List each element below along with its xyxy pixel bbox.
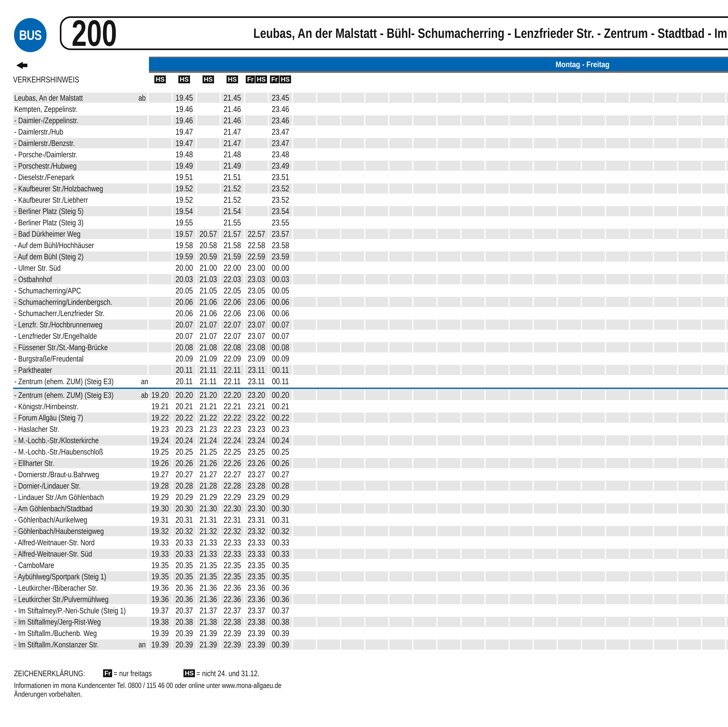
time-cell bbox=[606, 424, 629, 434]
time-cell bbox=[293, 285, 316, 295]
time-cell: 19.24 bbox=[149, 435, 172, 445]
time-cell bbox=[702, 435, 725, 445]
table-row: - Göhlenbach/Aurikelweg19.3120.3121.3122… bbox=[13, 515, 728, 525]
table-row: - Forum Allgäu (Steig 7)19.2220.2221.222… bbox=[13, 413, 728, 423]
time-cell bbox=[702, 458, 725, 468]
time-cell: 00.25 bbox=[269, 447, 292, 457]
time-cell bbox=[534, 297, 557, 307]
departure-time: 21.07 bbox=[199, 331, 217, 341]
time-cell bbox=[702, 263, 725, 273]
time-cell bbox=[534, 571, 557, 582]
time-cell bbox=[389, 571, 412, 582]
time-cell bbox=[317, 229, 340, 239]
time-cell bbox=[558, 481, 581, 491]
station-name: - Im Stiftallm./Buchenb. Weg bbox=[13, 628, 97, 638]
time-cell bbox=[606, 149, 629, 159]
time-cell bbox=[702, 537, 725, 548]
time-cell bbox=[437, 492, 460, 502]
departure-time: 22.58 bbox=[248, 240, 265, 250]
departure-time: 20.20 bbox=[176, 390, 193, 400]
station-name: - Lenzfrieder Str./Engelhalde bbox=[13, 331, 97, 341]
time-cell: 21.23 bbox=[197, 424, 220, 434]
departure-time: 22.36 bbox=[224, 583, 241, 593]
time-cell bbox=[413, 413, 436, 423]
time-cell bbox=[486, 526, 509, 536]
time-cell bbox=[534, 161, 557, 171]
time-cell bbox=[462, 342, 485, 352]
time-cell bbox=[389, 640, 412, 650]
time-cell bbox=[509, 229, 532, 239]
time-cell bbox=[678, 274, 701, 284]
time-cell bbox=[462, 617, 485, 627]
time-cell: 22.23 bbox=[221, 424, 244, 434]
time-cell bbox=[702, 138, 725, 148]
time-cell bbox=[486, 515, 509, 525]
time-cell: 19.37 bbox=[149, 605, 172, 615]
departure-time: 22.35 bbox=[224, 571, 241, 582]
time-cell bbox=[437, 342, 460, 352]
time-cell bbox=[509, 628, 532, 638]
time-cell bbox=[437, 206, 460, 216]
time-cell bbox=[389, 458, 412, 468]
station-cell: - Ulmer Str. Süd bbox=[13, 263, 147, 273]
time-cell bbox=[509, 571, 532, 582]
departure-time: 21.25 bbox=[199, 447, 217, 457]
time-cell bbox=[606, 458, 629, 468]
time-cell bbox=[509, 401, 532, 412]
departure-time: 00.38 bbox=[272, 617, 289, 627]
departure-time: 21.30 bbox=[199, 503, 217, 514]
time-cell bbox=[197, 149, 220, 159]
time-cell bbox=[389, 413, 412, 423]
column-header-cell bbox=[726, 75, 728, 84]
time-cell: 21.31 bbox=[197, 515, 220, 525]
departure-time: 21.33 bbox=[199, 537, 217, 548]
time-cell bbox=[558, 401, 581, 412]
time-cell bbox=[413, 424, 436, 434]
table-row: - Füssener Str./St.-Mang-Brücke20.0821.0… bbox=[13, 342, 728, 352]
departure-time: 00.32 bbox=[272, 526, 289, 536]
time-cell bbox=[486, 195, 509, 205]
time-cell bbox=[197, 217, 220, 228]
time-cell bbox=[509, 469, 532, 479]
time-cell: 00.22 bbox=[269, 413, 292, 423]
time-cell bbox=[702, 206, 725, 216]
time-cell bbox=[582, 127, 605, 137]
time-cell bbox=[437, 526, 460, 536]
departure-time: 22.31 bbox=[224, 515, 241, 525]
time-cell bbox=[726, 390, 728, 400]
time-cell bbox=[389, 285, 412, 295]
departure-time: 22.06 bbox=[224, 308, 241, 318]
time-cell: 23.35 bbox=[245, 560, 268, 570]
column-header-cell bbox=[534, 75, 557, 84]
departure-time: 19.36 bbox=[151, 594, 169, 604]
time-cell: 00.39 bbox=[269, 640, 292, 650]
time-cell bbox=[654, 560, 677, 570]
time-cell bbox=[317, 195, 340, 205]
table-row: - Kaufbeurer Str./Liebherr19.5221.5223.5… bbox=[13, 195, 728, 205]
time-cell bbox=[317, 138, 340, 148]
time-cell bbox=[365, 115, 388, 126]
time-cell bbox=[558, 435, 581, 445]
time-cell bbox=[558, 161, 581, 171]
time-cell bbox=[509, 161, 532, 171]
time-cell: 19.23 bbox=[149, 424, 172, 434]
departure-time: 22.33 bbox=[224, 549, 241, 559]
time-cell bbox=[558, 308, 581, 318]
time-cell bbox=[486, 605, 509, 615]
time-cell bbox=[197, 206, 220, 216]
station-name: - Zentrum (ehem. ZUM) (Steig E3) bbox=[13, 377, 113, 386]
time-cell: 23.58 bbox=[269, 240, 292, 250]
time-cell bbox=[437, 549, 460, 559]
time-cell bbox=[606, 469, 629, 479]
time-cell bbox=[293, 263, 316, 273]
table-row: - Daimler-/Zeppelinstr.19.4621.4623.46 bbox=[13, 115, 728, 126]
time-cell: 19.46 bbox=[173, 104, 196, 114]
time-cell bbox=[534, 424, 557, 434]
time-cell bbox=[678, 515, 701, 525]
time-cell bbox=[726, 640, 728, 650]
time-cell: 23.05 bbox=[245, 285, 268, 295]
time-cell bbox=[582, 297, 605, 307]
time-cell bbox=[558, 184, 581, 194]
time-cell bbox=[654, 605, 677, 615]
time-cell bbox=[558, 571, 581, 582]
